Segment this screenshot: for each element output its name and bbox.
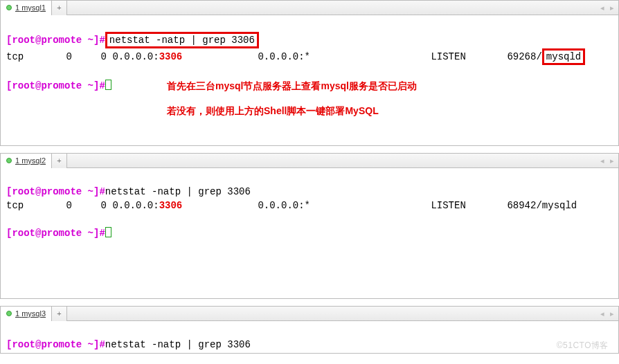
tab-next-icon[interactable]: ▸ <box>610 3 614 12</box>
terminal-pane-mysql2: 1 mysql2 + ◂ ▸ [root@promote ~]#netstat … <box>0 153 619 299</box>
tab-label: 1 mysql2 <box>15 156 46 165</box>
col-sendq: 0 <box>86 199 107 212</box>
col-foreign: 0.0.0.0:* <box>258 352 431 354</box>
col-state: LISTEN <box>431 352 507 354</box>
shell-prompt: [root@promote ~]# <box>6 80 105 91</box>
command-highlight: netstat -natp | grep 3306 <box>105 32 259 48</box>
col-pid: 69268/mysqld <box>507 48 585 65</box>
col-recvq: 0 <box>48 50 86 64</box>
tab-mysql3[interactable]: 1 mysql3 <box>1 307 52 321</box>
shell-prompt: [root@promote ~]# <box>6 35 105 46</box>
col-local: 0.0.0.0:3306 <box>112 352 258 354</box>
tab-mysql1[interactable]: 1 mysql1 <box>1 1 52 15</box>
annotation-line2: 若没有，则使用上方的Shell脚本一键部署MySQL <box>167 104 379 118</box>
tab-bar: 1 mysql2 + ◂ ▸ <box>1 153 618 168</box>
add-tab-button[interactable]: + <box>52 1 67 15</box>
tab-nav: ◂ ▸ <box>600 309 618 318</box>
tab-prev-icon[interactable]: ◂ <box>600 309 604 318</box>
add-tab-button[interactable]: + <box>52 307 67 321</box>
cursor-icon <box>105 80 111 90</box>
tab-next-icon[interactable]: ▸ <box>610 309 614 318</box>
status-dot-icon <box>6 311 12 316</box>
col-proto: tcp <box>6 199 48 212</box>
col-proto: tcp <box>6 50 48 64</box>
status-dot-icon <box>6 158 12 163</box>
col-state: LISTEN <box>431 199 507 212</box>
port-highlight: 3306 <box>159 51 183 62</box>
terminal-pane-mysql3: 1 mysql3 + ◂ ▸ [root@promote ~]#netstat … <box>0 306 619 354</box>
tab-bar: 1 mysql1 + ◂ ▸ <box>1 0 618 15</box>
col-foreign: 0.0.0.0:* <box>258 199 431 212</box>
col-local: 0.0.0.0:3306 <box>112 199 258 212</box>
terminal-output[interactable]: [root@promote ~]#netstat -natp | grep 33… <box>1 321 618 353</box>
col-local: 0.0.0.0:3306 <box>112 50 258 64</box>
command-text: netstat -natp | grep 3306 <box>109 35 255 46</box>
process-highlight: mysqld <box>542 48 585 65</box>
terminal-output[interactable]: [root@promote ~]#netstat -natp | grep 33… <box>1 168 618 298</box>
col-state: LISTEN <box>431 50 507 64</box>
terminal-output[interactable]: [root@promote ~]#netstat -natp | grep 33… <box>1 15 618 145</box>
col-foreign: 0.0.0.0:* <box>258 50 431 64</box>
shell-prompt: [root@promote ~]# <box>6 186 105 197</box>
tab-prev-icon[interactable]: ◂ <box>600 156 604 165</box>
status-dot-icon <box>6 5 12 10</box>
command-text: netstat -natp | grep 3306 <box>105 339 251 350</box>
col-pid: 70291/mysqld <box>507 352 577 354</box>
port-highlight: 3306 <box>159 200 183 211</box>
shell-prompt: [root@promote ~]# <box>6 339 105 350</box>
port-highlight: 3306 <box>159 353 183 354</box>
netstat-row: tcp00 0.0.0.0:33060.0.0.0:*LISTEN68942/m… <box>6 199 577 212</box>
tab-mysql2[interactable]: 1 mysql2 <box>1 154 52 168</box>
col-recvq: 0 <box>48 352 86 354</box>
col-sendq: 0 <box>86 352 107 354</box>
tab-nav: ◂ ▸ <box>600 156 618 165</box>
netstat-row: tcp00 0.0.0.0:33060.0.0.0:*LISTEN69268/m… <box>6 48 585 65</box>
tab-prev-icon[interactable]: ◂ <box>600 3 604 12</box>
tab-next-icon[interactable]: ▸ <box>610 156 614 165</box>
col-sendq: 0 <box>86 50 107 64</box>
col-pid: 68942/mysqld <box>507 199 577 212</box>
tab-label: 1 mysql3 <box>15 309 46 318</box>
tab-bar: 1 mysql3 + ◂ ▸ <box>1 306 618 321</box>
tab-nav: ◂ ▸ <box>600 3 618 12</box>
col-proto: tcp <box>6 352 48 354</box>
col-recvq: 0 <box>48 199 86 212</box>
cursor-icon <box>105 227 111 237</box>
annotation-line1: 首先在三台mysql节点服务器上查看mysql服务是否已启动 <box>167 79 417 93</box>
add-tab-button[interactable]: + <box>52 154 67 168</box>
command-text: netstat -natp | grep 3306 <box>105 186 251 197</box>
netstat-row: tcp00 0.0.0.0:33060.0.0.0:*LISTEN70291/m… <box>6 352 577 354</box>
terminal-pane-mysql1: 1 mysql1 + ◂ ▸ [root@promote ~]#netstat … <box>0 0 619 146</box>
shell-prompt: [root@promote ~]# <box>6 228 105 239</box>
tab-label: 1 mysql1 <box>15 3 46 12</box>
